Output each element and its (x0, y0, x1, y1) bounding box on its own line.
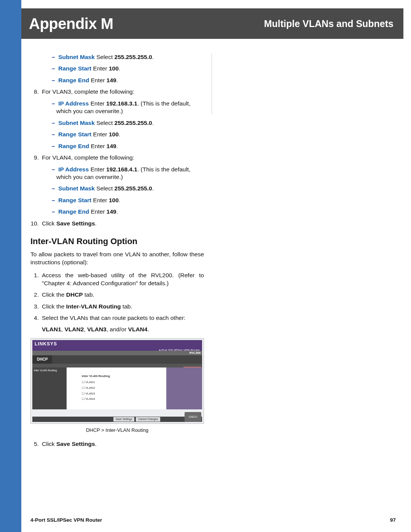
ss-bottom-bar: Save Settings Cancel Changes (32, 417, 202, 422)
ss-cancel-button: Cancel Changes (136, 417, 160, 421)
intervlan-step-2: 2.Click the DHCP tab. (30, 291, 204, 299)
screenshot-caption: DHCP > Inter-VLAN Routing (30, 427, 204, 433)
ss-tab-dhcp: DHCP (32, 355, 52, 364)
header-subtitle: Multiple VLANs and Subnets (264, 18, 393, 29)
ss-panel-title: Inter VLAN Routing (82, 374, 152, 379)
ss-logo-bar: LINKSYS 4-Port SSL/IPSec VPN Router (32, 340, 202, 351)
intervlan-step-4b: VLAN1, VLAN2, VLAN3, and/or VLAN4. (30, 326, 204, 333)
ss-main-panel: Inter VLAN Routing VLAN1 VLAN2 VLAN3 VLA… (67, 367, 167, 409)
ss-brand: LINKSYS (35, 341, 57, 347)
section-heading: Inter-VLAN Routing Option (30, 236, 204, 247)
field-row: – Range Start Enter 100. (52, 131, 204, 138)
screenshot-image: LINKSYS 4-Port SSL/IPSec VPN Router RVL2… (30, 338, 204, 424)
intervlan-step-5: 5.Click Save Settings. (30, 440, 204, 448)
ss-save-button: Save Settings (113, 417, 134, 421)
page-footer: 4-Port SSL/IPSec VPN Router 97 (30, 517, 396, 523)
step9-sublist: – IP Address Enter 192.168.4.1. (This is… (52, 166, 204, 216)
field-row: – Range End Enter 149. (52, 142, 204, 150)
ss-tabrow: DHCP (32, 355, 202, 364)
ss-checkbox: VLAN2 (82, 386, 152, 390)
ss-checkbox: VLAN3 (82, 392, 152, 396)
step7-tail-sublist: – Subnet Mask Select 255.255.255.0. – Ra… (52, 53, 204, 84)
field-row: – Range Start Enter 100. (52, 65, 204, 72)
field-row: – IP Address Enter 192.168.3.1. (This is… (52, 100, 204, 115)
intervlan-step-3: 3.Click the Inter-VLAN Routing tab. (30, 303, 204, 310)
field-row: – Subnet Mask Select 255.255.255.0. (52, 185, 204, 192)
intervlan-step-4: 4.Select the VLANs that can route packet… (30, 314, 204, 322)
field-row: – Subnet Mask Select 255.255.255.0. (52, 119, 204, 127)
ss-cisco-logo: CISCO (185, 412, 201, 422)
ss-checkbox: VLAN1 (82, 380, 152, 385)
page-header: Appendix M Multiple VLANs and Subnets (21, 8, 403, 39)
left-column: – Subnet Mask Select 255.255.255.0. – Ra… (30, 53, 204, 448)
field-row: – Range End Enter 149. (52, 208, 204, 216)
ss-topbar (32, 351, 202, 355)
field-row: – Range End Enter 149. (52, 77, 204, 84)
step-10: 10.Click Save Settings. (30, 220, 204, 227)
intervlan-step-1: 1.Access the web-based utility of the RV… (30, 272, 204, 287)
step-8: 8.For VLAN3, complete the following: (30, 88, 204, 96)
footer-product: 4-Port SSL/IPSec VPN Router (30, 517, 102, 523)
ss-help-panel (166, 367, 202, 409)
ss-checkbox: VLAN4 (82, 397, 152, 401)
footer-pagenum: 97 (390, 517, 396, 523)
step-9: 9.For VLAN4, complete the following: (30, 154, 204, 161)
section-intro: To allow packets to travel from one VLAN… (30, 251, 204, 266)
field-row: – Range Start Enter 100. (52, 197, 204, 204)
page-content: – Subnet Mask Select 255.255.255.0. – Ra… (21, 39, 403, 452)
step8-sublist: – IP Address Enter 192.168.3.1. (This is… (52, 100, 204, 150)
ss-leftnav: Inter VLAN Routing (32, 367, 67, 409)
page-sidebar (0, 0, 21, 532)
appendix-title: Appendix M (29, 15, 113, 32)
screenshot-figure: LINKSYS 4-Port SSL/IPSec VPN Router RVL2… (30, 338, 204, 433)
field-row: – Subnet Mask Select 255.255.255.0. (52, 53, 204, 61)
ss-subnav (32, 364, 202, 367)
ss-model: RVL200 (190, 351, 201, 355)
field-row: – IP Address Enter 192.168.4.1. (This is… (52, 166, 204, 181)
